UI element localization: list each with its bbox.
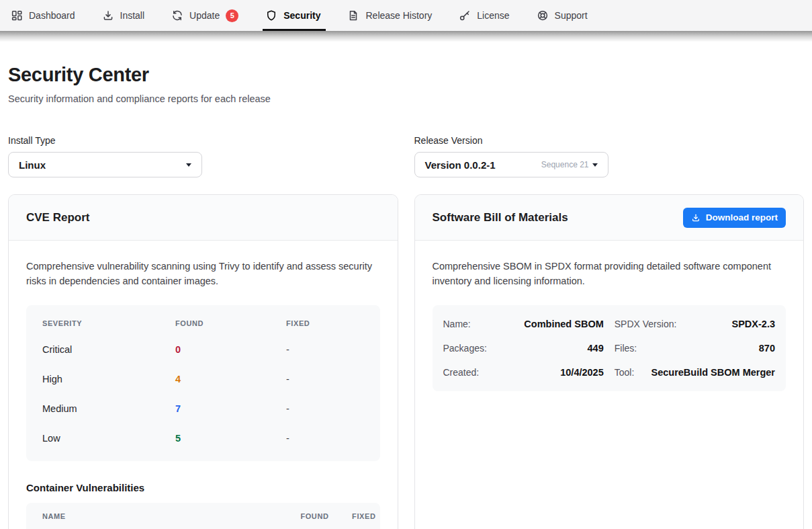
nav-label: Security xyxy=(283,10,320,21)
release-version-value: Version 0.0.2-1 xyxy=(425,159,496,171)
list-item: Created: 10/4/2025 xyxy=(443,360,604,384)
list-item: Tool: SecureBuild SBOM Merger xyxy=(615,360,775,384)
key-icon xyxy=(459,9,471,22)
filters-row: Install Type Linux Release Version Versi… xyxy=(8,135,804,177)
nav-item-dashboard[interactable]: Dashboard xyxy=(11,0,75,31)
page-subtitle: Security information and compliance repo… xyxy=(8,93,804,104)
nav-item-security[interactable]: Security xyxy=(265,0,320,31)
found-count: 4 xyxy=(175,374,286,384)
page-title: Security Center xyxy=(8,64,804,86)
shield-icon xyxy=(265,9,277,22)
severity-table-header: SEVERITY FOUND FIXED xyxy=(26,312,380,335)
lifebuoy-icon xyxy=(537,9,549,22)
install-type-value: Linux xyxy=(19,159,46,171)
sbom-card-title: Software Bill of Materials xyxy=(433,211,568,225)
detail-label: Files: xyxy=(615,343,637,354)
nav-item-install[interactable]: Install xyxy=(102,0,145,31)
release-version-select[interactable]: Version 0.0.2-1 Sequence 21 xyxy=(414,152,608,177)
found-count: 0 xyxy=(175,344,286,355)
nav-label: Install xyxy=(120,10,145,21)
severity-label: Critical xyxy=(42,344,175,355)
found-count: 7 xyxy=(175,403,286,414)
detail-value: 870 xyxy=(759,343,775,354)
cards-row: CVE Report Comprehensive vulnerability s… xyxy=(8,194,804,529)
install-type-select[interactable]: Linux xyxy=(8,152,202,177)
nav-label: Update xyxy=(189,10,220,21)
release-version-label: Release Version xyxy=(414,135,805,146)
document-icon xyxy=(347,9,359,22)
nav-item-license[interactable]: License xyxy=(459,0,509,31)
table-row: Critical 0 - xyxy=(26,335,380,364)
detail-value: Combined SBOM xyxy=(524,319,603,329)
install-type-label: Install Type xyxy=(8,135,398,146)
severity-label: Low xyxy=(42,433,175,444)
table-row: Low 5 - xyxy=(26,423,380,453)
chevron-down-icon xyxy=(186,163,191,167)
col-fixed: FIXED xyxy=(286,319,364,327)
severity-label: Medium xyxy=(42,403,175,414)
detail-label: Tool: xyxy=(615,367,635,378)
list-item: Files: 870 xyxy=(615,336,775,360)
sbom-card-body: Comprehensive SBOM in SPDX format provid… xyxy=(415,241,804,410)
nav-item-support[interactable]: Support xyxy=(537,0,588,31)
release-version-field: Release Version Version 0.0.2-1 Sequence… xyxy=(414,135,805,177)
chevron-down-icon xyxy=(592,163,598,167)
sbom-card-header: Software Bill of Materials Download repo… xyxy=(415,195,804,241)
col-found: FOUND xyxy=(175,319,286,327)
main-content: Security Center Security information and… xyxy=(0,64,812,529)
nav-item-update[interactable]: Update 5 xyxy=(171,0,238,31)
sbom-details-table: Name: Combined SBOM SPDX Version: SPDX-2… xyxy=(433,305,786,391)
top-nav: Dashboard Install Update 5 Security Rele… xyxy=(0,0,812,31)
header-shadow xyxy=(0,31,812,42)
found-count: 5 xyxy=(175,433,286,444)
detail-label: SPDX Version: xyxy=(615,319,677,329)
fixed-count: - xyxy=(286,374,364,384)
update-count-badge: 5 xyxy=(226,9,238,22)
detail-value: 449 xyxy=(588,343,604,354)
list-item: Packages: 449 xyxy=(443,336,604,360)
install-type-field: Install Type Linux xyxy=(8,135,398,177)
nav-item-release-history[interactable]: Release History xyxy=(347,0,432,31)
fixed-count: - xyxy=(286,433,364,444)
fixed-count: - xyxy=(286,344,364,355)
col-fixed: FIXED xyxy=(329,512,376,520)
fixed-count: - xyxy=(286,403,364,414)
dashboard-grid-icon xyxy=(11,9,23,22)
table-row: High 4 - xyxy=(26,364,380,394)
cve-card-header: CVE Report xyxy=(9,195,398,241)
list-item: SPDX Version: SPDX-2.3 xyxy=(615,312,775,336)
col-found: FOUND xyxy=(289,512,329,520)
detail-label: Name: xyxy=(443,319,471,329)
detail-label: Created: xyxy=(443,367,480,378)
detail-label: Packages: xyxy=(443,343,487,354)
col-severity: SEVERITY xyxy=(42,319,175,327)
download-report-label: Download report xyxy=(706,212,778,222)
severity-table: SEVERITY FOUND FIXED Critical 0 - High 4… xyxy=(26,305,380,461)
sequence-text: Sequence 21 xyxy=(541,160,589,169)
cve-card-title: CVE Report xyxy=(26,211,89,225)
severity-label: High xyxy=(42,374,175,384)
sbom-description: Comprehensive SBOM in SPDX format provid… xyxy=(433,259,786,288)
detail-value: SPDX-2.3 xyxy=(732,319,775,329)
table-row: Medium 7 - xyxy=(26,394,380,423)
nav-label: Support xyxy=(555,10,588,21)
cve-card-body: Comprehensive vulnerability scanning usi… xyxy=(9,241,398,529)
download-icon xyxy=(102,9,114,22)
list-item: Name: Combined SBOM xyxy=(443,312,604,336)
cve-report-card: CVE Report Comprehensive vulnerability s… xyxy=(8,194,398,529)
cve-description: Comprehensive vulnerability scanning usi… xyxy=(26,259,380,288)
refresh-icon xyxy=(171,9,183,22)
container-vulnerabilities-table-header: NAME FOUND FIXED xyxy=(26,503,380,529)
container-vulnerabilities-title: Container Vulnerabilities xyxy=(26,482,380,493)
sbom-card: Software Bill of Materials Download repo… xyxy=(414,194,805,529)
detail-value: 10/4/2025 xyxy=(560,367,604,378)
nav-label: Release History xyxy=(365,10,432,21)
nav-label: Dashboard xyxy=(29,10,75,21)
nav-label: License xyxy=(477,10,509,21)
download-icon xyxy=(691,213,701,222)
download-report-button[interactable]: Download report xyxy=(683,208,786,228)
col-name: NAME xyxy=(42,512,289,520)
detail-value: SecureBuild SBOM Merger xyxy=(651,367,775,378)
